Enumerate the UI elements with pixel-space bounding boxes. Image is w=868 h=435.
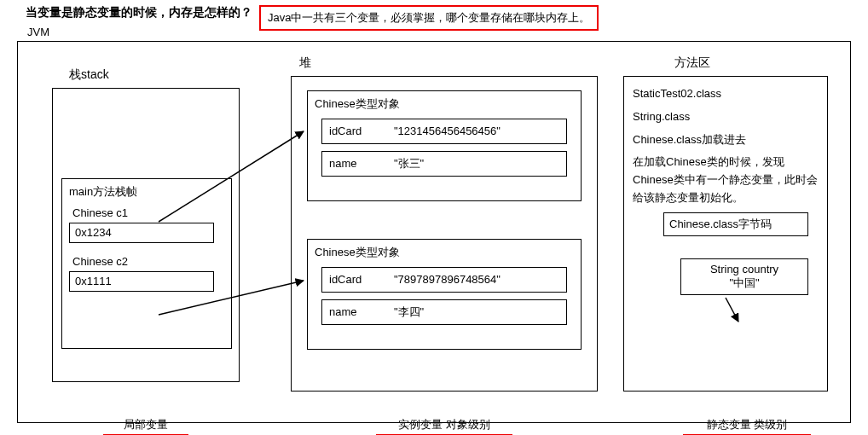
object2-title: Chinese类型对象 (315, 245, 574, 260)
footer-stack-text: 局部变量 (103, 417, 188, 432)
heap-box: Chinese类型对象 idCard "1231456456456456" na… (291, 76, 598, 392)
static-var-box: String country "中国" (680, 258, 808, 295)
callout-box: Java中一共有三个变量，必须掌握，哪个变量存储在哪块内存上。 (259, 5, 599, 31)
var-c2-value: 0x1111 (69, 271, 214, 292)
var-c1-label: Chinese c1 (72, 206, 224, 219)
frame-title: main方法栈帧 (69, 184, 224, 200)
bytecode-box: Chinese.class字节码 (663, 212, 808, 236)
object2-field-name: name "李四" (321, 299, 567, 325)
method-area-box: StaticTest02.class String.class Chinese.… (623, 76, 828, 392)
main-stack-frame: main方法栈帧 Chinese c1 0x1234 Chinese c2 0x… (61, 178, 232, 349)
footer-method-text: 静态变量 类级别 (683, 417, 811, 432)
field-name: idCard (322, 268, 391, 292)
field-value: "李四" (391, 300, 566, 324)
footer-heap: 实例变量 对象级别 (376, 417, 512, 435)
field-value: "张三" (391, 152, 566, 176)
object1-field-idcard: idCard "1231456456456456" (321, 119, 567, 144)
stack-box: main方法栈帧 Chinese c1 0x1234 Chinese c2 0x… (52, 88, 240, 382)
field-name: idCard (322, 119, 391, 143)
field-name: name (322, 300, 391, 324)
object1-field-name: name "张三" (321, 151, 567, 177)
method-area-label: 方法区 (674, 55, 710, 71)
heap-label: 堆 (299, 55, 311, 71)
stack-label: 栈stack (69, 67, 109, 83)
var-c2-label: Chinese c2 (72, 255, 224, 268)
method-line: 在加载Chinese类的时候，发现Chinese类中有一个静态变量，此时会给该静… (633, 154, 819, 206)
object1-title: Chinese类型对象 (315, 96, 574, 112)
method-line: Chinese.class加载进去 (633, 131, 819, 149)
static-var-value: "中国" (686, 276, 802, 291)
jvm-label: JVM (27, 26, 49, 38)
static-var-decl: String country (686, 263, 802, 276)
field-value: "7897897896748564" (391, 268, 566, 292)
jvm-container: 栈stack 堆 方法区 main方法栈帧 Chinese c1 0x1234 … (17, 41, 851, 423)
footer-heap-text: 实例变量 对象级别 (376, 417, 512, 432)
heap-object-2: Chinese类型对象 idCard "7897897896748564" na… (307, 239, 582, 350)
heap-object-1: Chinese类型对象 idCard "1231456456456456" na… (307, 90, 582, 201)
footer-stack: 局部变量 (103, 417, 188, 435)
field-value: "1231456456456456" (391, 119, 566, 143)
title-question: 当变量是静态变量的时候，内存是怎样的？ (26, 5, 252, 20)
object2-field-idcard: idCard "7897897896748564" (321, 267, 567, 293)
field-name: name (322, 152, 391, 176)
footer-method: 静态变量 类级别 (683, 417, 811, 435)
var-c1-value: 0x1234 (69, 223, 214, 243)
method-line: String.class (633, 108, 819, 126)
method-line: StaticTest02.class (633, 85, 819, 103)
